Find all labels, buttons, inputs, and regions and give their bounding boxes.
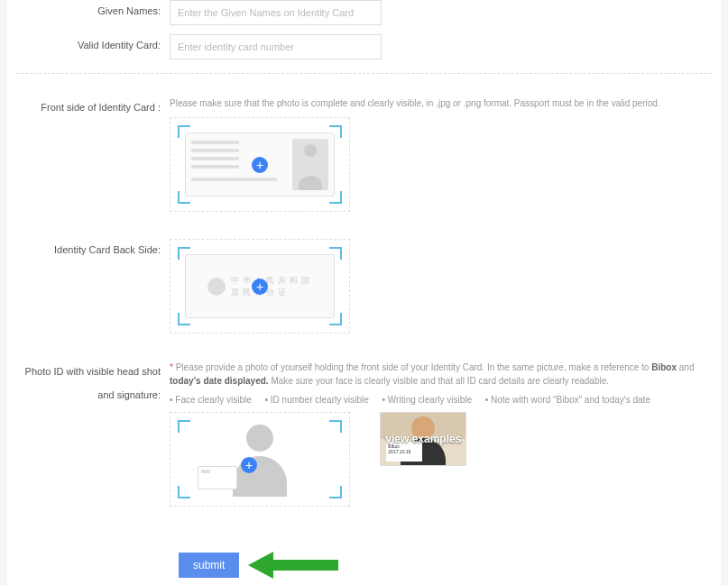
selfie-help: * Please provide a photo of yourself hol…: [170, 361, 712, 388]
identity-card-input[interactable]: [170, 34, 382, 59]
pointer-arrow-icon: [248, 552, 338, 579]
back-side-label: Identity Card Back Side:: [16, 239, 170, 255]
selfie-mock: [180, 422, 340, 497]
given-names-label: Given Names:: [16, 0, 170, 16]
selfie-row: Photo ID with visible head shot and sign…: [16, 361, 712, 525]
given-names-row: Given Names:: [16, 0, 712, 25]
selfie-label: Photo ID with visible head shot and sign…: [16, 361, 170, 400]
plus-icon: +: [252, 279, 268, 295]
view-examples-thumbnail[interactable]: Bibox 2017.10.19 view examples: [380, 412, 466, 466]
svg-marker-0: [248, 552, 338, 579]
front-side-help: Please make sure that the photo is compl…: [170, 96, 712, 110]
submit-button[interactable]: submit: [179, 553, 239, 578]
front-upload-box[interactable]: +: [170, 117, 350, 212]
given-names-input[interactable]: [170, 0, 382, 25]
submit-row: submit: [16, 552, 712, 579]
identity-card-label: Valid Identity Card:: [16, 34, 170, 50]
selfie-bullets: • Face clearly visible • ID number clear…: [170, 395, 712, 405]
front-side-label: Front side of Identity Card :: [16, 96, 170, 113]
view-examples-label: view examples: [381, 413, 465, 465]
back-upload-box[interactable]: 中华人民共和国 居民身份证 +: [170, 239, 350, 334]
front-side-row: Front side of Identity Card : Please mak…: [16, 96, 712, 230]
plus-icon: +: [252, 157, 268, 173]
section-divider: [16, 73, 712, 74]
back-side-row: Identity Card Back Side: 中华人民共和国 居民身份证 +: [16, 239, 712, 352]
selfie-upload-box[interactable]: +: [170, 412, 350, 507]
identity-card-row: Valid Identity Card:: [16, 34, 712, 59]
plus-icon: +: [241, 457, 257, 473]
